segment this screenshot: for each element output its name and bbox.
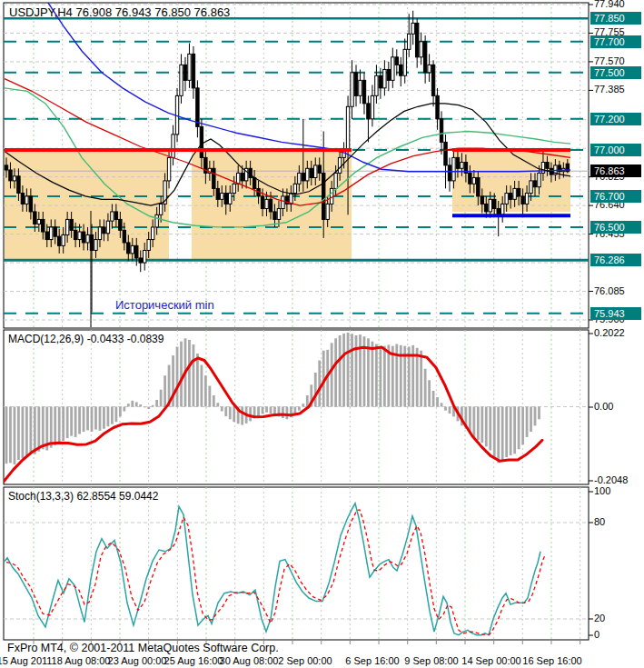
macd-axis-label: 0.00	[594, 401, 613, 412]
date-axis-label: 14 Sep 00:00	[461, 655, 520, 666]
price-level-badge: 77.850	[590, 12, 641, 25]
date-axis-label: 6 Sep 16:00	[345, 655, 399, 666]
current-price-badge: 76.863	[590, 165, 641, 177]
price-axis-label: 77.570	[594, 55, 625, 66]
price-level-badge: 77.500	[590, 66, 641, 79]
date-axis-label: 15 Aug 2011	[0, 655, 52, 666]
platform-copyright: FxPro MT4, © 2001-2011 MetaQuotes Softwa…	[7, 642, 279, 654]
date-axis-label: 25 Aug 16:00	[164, 655, 223, 666]
price-level-badge: 76.286	[590, 254, 641, 266]
historic-min-annotation: Исторический min	[115, 298, 214, 312]
stoch-axis-label: 0	[594, 629, 599, 640]
macd-axis-label: 0.2022	[594, 327, 625, 338]
stoch-axis-label: 100	[594, 485, 610, 496]
date-axis-label: 18 Aug 08:00	[52, 655, 111, 666]
stoch-axis-label: 80	[594, 516, 605, 527]
date-axis-label: 9 Sep 08:00	[404, 655, 458, 666]
price-level-badge: 75.943	[590, 307, 641, 320]
date-axis-label: 16 Sep 16:00	[522, 655, 581, 666]
price-axis-label: 76.085	[594, 285, 625, 296]
macd-indicator-label: MACD(12,26,9) -0.0433 -0.0839	[8, 333, 163, 345]
date-axis-label: 30 Aug 08:00	[220, 655, 279, 666]
price-level-badge: 77.000	[590, 144, 641, 156]
mt4-chart-window: USDJPY,H4 76.908 76.943 76.850 76.863 MA…	[0, 0, 644, 668]
date-axis-label: 2 Sep 00:00	[278, 655, 332, 666]
price-level-badge: 77.700	[590, 35, 641, 48]
price-level-badge: 76.700	[590, 190, 641, 203]
price-axis-label: 77.385	[594, 84, 625, 95]
price-axis-label: 77.940	[594, 0, 625, 9]
price-level-badge: 77.200	[590, 113, 641, 125]
symbol-title: USDJPY,H4 76.908 76.943 76.850 76.863	[9, 5, 230, 19]
stoch-axis-label: 20	[594, 613, 605, 623]
date-axis-label: 23 Aug 00:00	[108, 655, 167, 666]
macd-axis-label: -0.2048	[594, 474, 628, 485]
stoch-indicator-label: Stoch(13,3,3) 62.8554 59.0442	[8, 490, 158, 503]
price-level-badge: 76.500	[590, 221, 641, 234]
